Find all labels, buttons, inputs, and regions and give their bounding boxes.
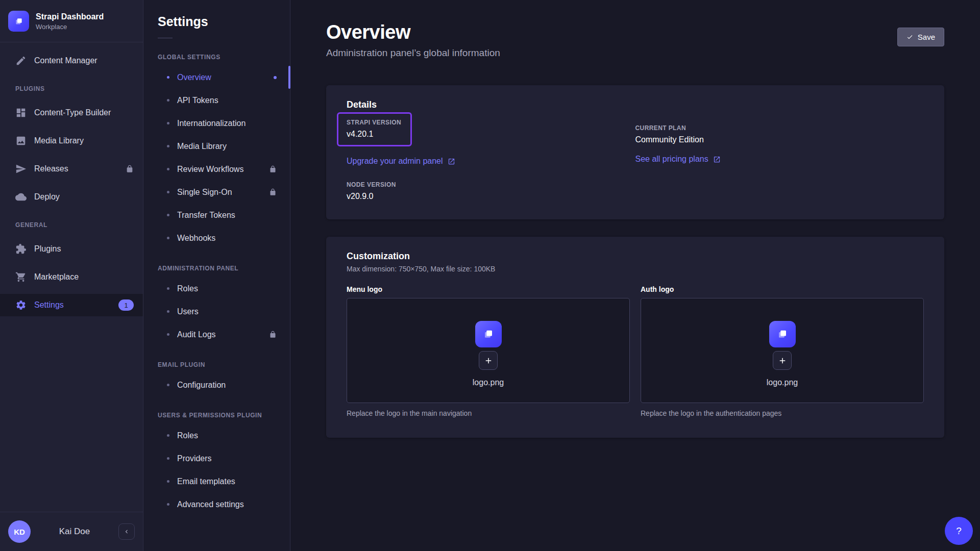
subnav-item-email-templates[interactable]: Email templates <box>143 470 290 493</box>
bullet-icon <box>167 214 169 216</box>
plus-icon <box>484 356 493 365</box>
subnav-item-label: Webhooks <box>177 234 215 243</box>
sidebar-item-media-library[interactable]: Media Library <box>0 130 143 152</box>
subnav-item-label: API Tokens <box>177 96 218 105</box>
auth-logo-label: Auth logo <box>641 285 924 293</box>
subnav-item-label: Media Library <box>177 142 227 151</box>
sidebar-item-deploy[interactable]: Deploy <box>0 186 143 208</box>
subnav-item-audit-logs[interactable]: Audit Logs <box>143 323 290 346</box>
strapi-version-value: v4.20.1 <box>347 130 401 139</box>
node-version-label: NODE VERSION <box>347 181 635 188</box>
subnav-item-users[interactable]: Users <box>143 300 290 323</box>
paper-plane-icon <box>15 163 27 174</box>
customization-constraints: Max dimension: 750×750, Max file size: 1… <box>347 265 924 273</box>
image-icon <box>15 135 27 146</box>
sidebar-footer: KD Kai Doe <box>0 512 143 551</box>
subnav-item-roles-up[interactable]: Roles <box>143 424 290 447</box>
subnav-item-transfer-tokens[interactable]: Transfer Tokens <box>143 204 290 227</box>
page-subtitle: Administration panel’s global informatio… <box>326 47 500 59</box>
subnav-item-overview[interactable]: Overview <box>143 66 290 89</box>
sidebar-item-label: Plugins <box>34 244 61 254</box>
bullet-icon <box>167 191 169 193</box>
subnav-item-label: Internationalization <box>177 119 246 128</box>
sidebar-item-label: Content Manager <box>34 56 97 65</box>
subnav-item-review-workflows[interactable]: Review Workflows <box>143 158 290 181</box>
subnav-item-media-library[interactable]: Media Library <box>143 135 290 158</box>
change-auth-logo-button[interactable] <box>773 351 792 370</box>
details-heading: Details <box>347 99 924 110</box>
sidebar-item-label: Marketplace <box>34 272 79 282</box>
upgrade-link-label: Upgrade your admin panel <box>347 157 443 166</box>
page-title: Overview <box>326 21 500 43</box>
pricing-link-label: See all pricing plans <box>635 155 708 164</box>
node-version-value: v20.9.0 <box>347 192 635 201</box>
customization-card: Customization Max dimension: 750×750, Ma… <box>326 237 944 438</box>
current-plan-value: Community Edition <box>635 135 924 144</box>
upgrade-admin-panel-link[interactable]: Upgrade your admin panel <box>347 157 455 166</box>
puzzle-icon <box>15 243 27 255</box>
sidebar-item-settings[interactable]: Settings 1 <box>0 294 143 316</box>
subnav-item-label: Review Workflows <box>177 165 243 174</box>
sidebar-item-content-type-builder[interactable]: Content-Type Builder <box>0 102 143 124</box>
subnav-item-label: Email templates <box>177 477 235 486</box>
save-button[interactable]: Save <box>897 28 944 46</box>
subnav-item-api-tokens[interactable]: API Tokens <box>143 89 290 112</box>
subnav-section-administration-panel: ADMINISTRATION PANEL <box>143 265 290 272</box>
subnav-item-providers[interactable]: Providers <box>143 447 290 470</box>
check-icon <box>906 34 913 40</box>
cloud-icon <box>15 191 27 203</box>
bullet-icon <box>167 76 169 79</box>
subnav-item-label: Users <box>177 307 199 316</box>
help-button[interactable]: ? <box>945 517 973 545</box>
strapi-logo-icon <box>769 321 796 347</box>
menu-logo-helper: Replace the logo in the main navigation <box>347 409 630 417</box>
subnav-item-internationalization[interactable]: Internationalization <box>143 112 290 135</box>
bullet-icon <box>167 503 169 506</box>
sidebar-nav: Content Manager PLUGINS Content-Type Bui… <box>0 42 143 512</box>
menu-logo-label: Menu logo <box>347 285 630 293</box>
subnav-section-global-settings: GLOBAL SETTINGS <box>143 54 290 61</box>
workspace-subtitle: Workplace <box>36 23 104 31</box>
bullet-icon <box>167 122 169 124</box>
auth-logo-upload[interactable]: logo.png <box>641 298 924 403</box>
workspace-title: Strapi Dashboard <box>36 12 104 21</box>
sidebar-item-releases[interactable]: Releases <box>0 158 143 180</box>
bullet-icon <box>167 333 169 336</box>
subnav-item-label: Providers <box>177 454 212 463</box>
settings-subnav: Settings GLOBAL SETTINGS Overview API To… <box>143 0 290 551</box>
subnav-item-webhooks[interactable]: Webhooks <box>143 227 290 249</box>
workspace-brand[interactable]: Strapi Dashboard Workplace <box>0 0 143 42</box>
strapi-logo-icon <box>475 321 502 347</box>
bullet-icon <box>167 237 169 239</box>
subnav-item-configuration[interactable]: Configuration <box>143 373 290 396</box>
current-plan-label: CURRENT PLAN <box>635 124 924 132</box>
collapse-sidebar-button[interactable] <box>118 523 135 540</box>
avatar[interactable]: KD <box>8 520 31 543</box>
sidebar-item-marketplace[interactable]: Marketplace <box>0 266 143 288</box>
sidebar-section-plugins: PLUGINS <box>0 85 143 92</box>
plus-icon <box>778 356 787 365</box>
sidebar-item-label: Releases <box>34 164 68 173</box>
pricing-plans-link[interactable]: See all pricing plans <box>635 155 721 164</box>
sidebar-section-general: GENERAL <box>0 221 143 229</box>
subnav-title: Settings <box>143 14 290 29</box>
bullet-icon <box>167 457 169 460</box>
external-link-icon <box>448 158 455 165</box>
main-sidebar: Strapi Dashboard Workplace Content Manag… <box>0 0 143 551</box>
bullet-icon <box>167 145 169 147</box>
details-card: Details STRAPI VERSION v4.20.1 Upgrade y… <box>326 85 944 219</box>
customization-heading: Customization <box>347 251 924 262</box>
menu-logo-upload[interactable]: logo.png <box>347 298 630 403</box>
change-menu-logo-button[interactable] <box>479 351 498 370</box>
subnav-item-single-sign-on[interactable]: Single Sign-On <box>143 181 290 204</box>
sidebar-item-content-manager[interactable]: Content Manager <box>0 49 143 72</box>
subnav-item-label: Overview <box>177 73 211 82</box>
pen-icon <box>15 55 27 66</box>
subnav-item-roles-admin[interactable]: Roles <box>143 277 290 300</box>
sidebar-item-plugins[interactable]: Plugins <box>0 238 143 260</box>
menu-logo-filename: logo.png <box>473 378 504 387</box>
auth-logo-filename: logo.png <box>767 378 798 387</box>
subnav-divider <box>158 38 173 38</box>
subnav-item-advanced-settings[interactable]: Advanced settings <box>143 493 290 516</box>
subnav-item-label: Transfer Tokens <box>177 211 235 220</box>
